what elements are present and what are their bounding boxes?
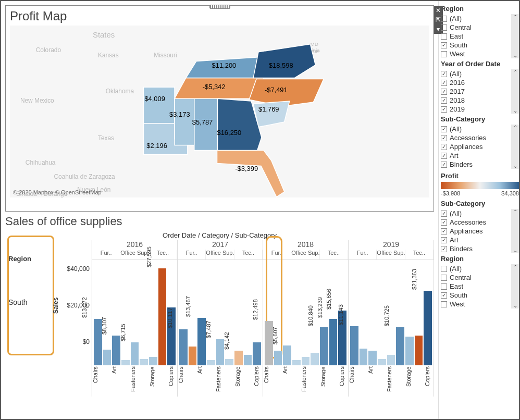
filter-item[interactable]: Art [441,236,519,244]
region-value: South [5,267,52,338]
filter-item[interactable]: Binders [441,160,519,169]
filter-item-label: Central [450,274,472,281]
checkbox-icon[interactable] [441,153,447,159]
state-value: $4,009 [144,95,165,103]
scrollbar[interactable]: ⌃⌄ [511,209,519,253]
filter-item-label: (All) [450,15,462,22]
year-label: 2018 [263,240,348,250]
filter-item[interactable]: (All) [441,14,519,23]
filter-item-label: Accessories [450,134,486,142]
checkbox-icon[interactable] [441,162,447,168]
scrollbar[interactable]: ⌃⌄ [511,69,519,114]
filter-item[interactable]: 2019 [441,105,519,114]
state-value: $16,250 [217,129,242,137]
checkbox-icon[interactable] [441,237,447,243]
bg-label: Missouri [154,52,177,59]
checkbox-icon[interactable] [441,275,447,281]
filter-item[interactable]: East [441,32,519,41]
state-mississippi[interactable] [175,98,194,145]
filter-item-label: East [450,32,463,40]
bg-label: Colorado [36,46,61,54]
scrollbar[interactable]: ⌃⌄ [511,264,519,308]
checkbox-icon[interactable] [441,266,447,272]
legend-title: Profit [441,172,519,180]
filter-item[interactable]: South [441,291,519,300]
filter-item[interactable]: Art [441,151,519,160]
filter-item[interactable]: (All) [441,264,519,273]
state-value: -$3,399 [235,165,258,172]
filter-item[interactable]: 2016 [441,78,519,87]
checkbox-icon[interactable] [441,71,447,77]
filter-item[interactable]: Appliances [441,227,519,236]
filter-item[interactable]: Accessories [441,133,519,142]
filter-item[interactable]: Accessories [441,218,519,227]
state-value: $5,787 [192,118,213,126]
filter-item[interactable]: 2018 [441,96,519,105]
checkbox-icon[interactable] [441,80,447,86]
checkbox-icon[interactable] [441,211,447,217]
filter-item-label: Appliances [450,143,483,151]
profit-map-panel: ✕ ⇱ ▾ Profit Map States Colorado Kansas … [5,5,434,212]
checkbox-icon[interactable] [441,219,447,226]
filter-title: Sub-Category [441,115,519,123]
filter-item[interactable]: (All) [441,209,519,218]
filter-item[interactable]: Appliances [441,142,519,151]
checkbox-icon[interactable] [441,228,447,234]
bg-label: States [93,31,115,39]
state-value: -$7,491 [265,86,288,94]
bg-label: Kansas [98,52,119,59]
filter-item-label: Art [450,152,459,159]
checkbox-icon[interactable] [441,42,447,48]
checkbox-icon[interactable] [441,89,447,95]
checkbox-icon[interactable] [441,126,447,132]
bg-label: Texas [98,134,114,142]
filter-item[interactable]: West [441,50,519,58]
filter-item[interactable]: (All) [441,125,519,133]
y-axis-ticks: $40,000 $20,000 $0 [64,240,92,397]
checkbox-icon[interactable] [441,144,447,150]
filter-item-label: West [450,50,465,58]
filters-sidebar: Region ⌃⌄ (All)CentralEastSouthWest Year… [438,1,519,419]
checkbox-icon[interactable] [441,16,447,22]
checkbox-icon[interactable] [441,33,447,40]
checkbox-icon[interactable] [441,292,447,299]
bg-label: New Mexico [20,97,54,104]
drag-handle-icon[interactable] [209,5,230,9]
bg-label: Coahuila de Zaragoza [54,173,115,180]
legend-gradient [441,182,519,189]
legend-max: $4,308 [501,190,519,196]
year-label: 2019 [349,240,434,250]
filter-item[interactable]: 2017 [441,87,519,96]
filter-item[interactable]: Binders [441,244,519,253]
filter-item-label: Accessories [450,218,486,226]
checkbox-icon[interactable] [441,51,447,57]
map-attribution: © 2020 Mapbox © OpenStreetMap [13,189,102,195]
bar-axis-title: Order Date / Category / Sub-Category [5,231,434,239]
state-value: -$5,342 [203,83,226,91]
filter-item-label: 2017 [450,88,465,95]
checkbox-icon[interactable] [441,24,447,31]
checkbox-icon[interactable] [441,106,447,113]
checkbox-icon[interactable] [441,301,447,307]
checkbox-icon[interactable] [441,97,447,104]
state-value: $1,769 [258,105,279,113]
filter-year: Year of Order Date ⌃⌄ (All)2016201720182… [441,60,519,114]
filter-item[interactable]: West [441,300,519,308]
filter-item-label: Binders [450,245,473,253]
filter-item-label: South [450,291,467,299]
filter-item[interactable]: Central [441,23,519,32]
filter-item[interactable]: Central [441,273,519,282]
bg-label: MD [310,41,318,47]
scrollbar[interactable]: ⌃⌄ [511,125,519,169]
filter-item[interactable]: East [441,282,519,291]
checkbox-icon[interactable] [441,246,447,252]
checkbox-icon[interactable] [441,135,447,141]
filter-item[interactable]: South [441,41,519,50]
map-canvas[interactable]: States Colorado Kansas Missouri West Vir… [10,26,429,197]
filter-item-label: (All) [450,209,462,217]
checkbox-icon[interactable] [441,283,447,290]
filter-item[interactable]: (All) [441,69,519,78]
scrollbar[interactable]: ⌃⌄ [511,14,519,58]
state-florida[interactable] [217,151,284,197]
bars-area[interactable]: 2016 Fur..Office Sup..Tec.. $13,072 $8,3… [92,240,434,397]
